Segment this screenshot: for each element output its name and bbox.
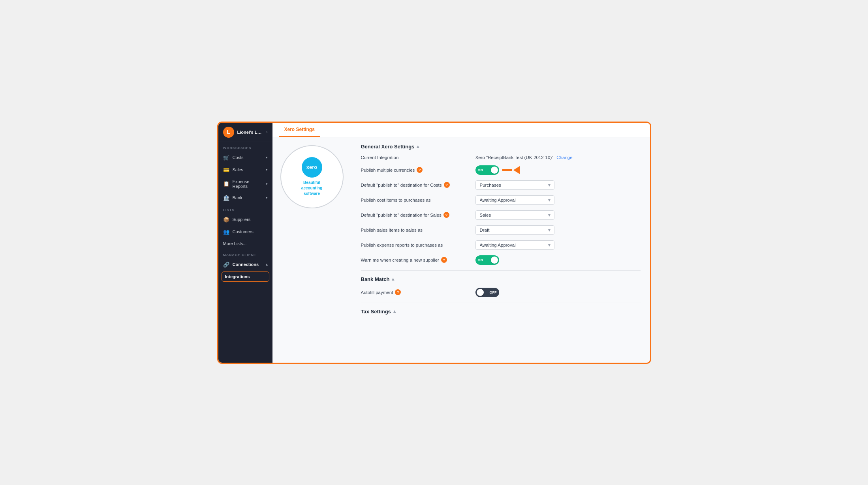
arrow-line [502,169,512,171]
sidebar-item-more-lists[interactable]: More Lists... [218,238,272,249]
general-settings-title-text: General Xero Settings [361,144,415,150]
warn-supplier-help-icon[interactable]: ? [441,257,447,263]
toggle-on-knob [491,167,498,174]
publish-costs-select[interactable]: Purchases Sales [475,180,554,190]
connections-label: Connections [233,262,259,267]
publish-cost-items-row: Publish cost items to purchases as Await… [361,195,641,205]
manage-client-label: MANAGE CLIENT [218,249,272,258]
current-integration-value: Xero "ReceiptBank Test (UK-2012-10)" Cha… [475,155,641,160]
autofill-toggle-knob [477,289,484,296]
sidebar: L Lionel's Lemon Fa... › WORKSPACES 🛒 Co… [218,123,272,363]
autofill-label: Autofill payment ? [361,289,472,295]
company-name: Lionel's Lemon Fa... [237,130,263,135]
arrow-icon [513,166,520,174]
bank-match-title: Bank Match ▴ [361,276,641,282]
suppliers-icon: 📦 [223,217,229,223]
publish-currencies-row: Publish multiple currencies ? ON [361,165,641,175]
publish-sales-items-select-wrapper: Draft Awaiting Approval Approved [475,225,554,235]
sales-icon: 💳 [223,167,229,173]
tabs-bar: Xero Settings [272,123,650,137]
integration-text: Xero "ReceiptBank Test (UK-2012-10)" [475,155,554,160]
publish-sales-row: Default "publish to" destination for Sal… [361,210,641,220]
bank-match-title-text: Bank Match [361,276,390,282]
sidebar-item-bank[interactable]: 🏦 Bank ▾ [218,192,272,204]
customers-label: Customers [233,229,254,234]
publish-cost-items-value: Awaiting Approval Draft Approved [475,195,641,205]
costs-chevron-icon: ▾ [266,155,268,159]
publish-sales-help-icon[interactable]: ? [443,212,449,218]
warn-supplier-toggle[interactable]: ON [475,255,499,265]
publish-expense-select[interactable]: Awaiting Approval Draft Approved [475,240,554,250]
sidebar-item-suppliers[interactable]: 📦 Suppliers [218,213,272,226]
tax-settings-chevron-icon: ▴ [393,309,396,314]
tab-xero-settings[interactable]: Xero Settings [279,123,320,137]
publish-costs-label: Default "publish to" destination for Cos… [361,182,472,188]
expense-chevron-icon: ▾ [266,182,268,186]
costs-icon: 🛒 [223,155,229,161]
sidebar-item-integrations[interactable]: Integrations [222,272,269,282]
sales-label: Sales [233,167,244,172]
divider-2 [361,303,641,303]
warn-supplier-label: Warn me when creating a new supplier ? [361,257,472,263]
publish-sales-items-row: Publish sales items to sales as Draft Aw… [361,225,641,235]
publish-cost-items-select[interactable]: Awaiting Approval Draft Approved [475,195,554,205]
integrations-label: Integrations [225,274,250,279]
publish-sales-select[interactable]: Sales Purchases [475,210,554,220]
current-integration-row: Current Integration Xero "ReceiptBank Te… [361,155,641,160]
xero-logo-icon: xero [302,157,322,178]
connections-chevron-icon: ▴ [266,262,268,266]
main-content: Xero Settings xero Beautifulaccountingso… [272,123,650,363]
suppliers-label: Suppliers [233,217,251,222]
costs-label: Costs [233,155,244,160]
publish-expense-label: Publish expense reports to purchases as [361,243,472,247]
bank-match-chevron-icon: ▴ [392,276,394,282]
publish-expense-select-wrapper: Awaiting Approval Draft Approved [475,240,554,250]
expense-label: Expense Reports [233,179,263,189]
xero-logo-panel: xero Beautifulaccountingsoftware [272,137,351,363]
bank-chevron-icon: ▾ [266,196,268,200]
warn-supplier-value: ON [475,255,641,265]
sidebar-item-connections[interactable]: 🔗 Connections ▴ [218,258,272,271]
publish-currencies-value: ON [475,165,641,175]
general-settings-chevron-icon: ▴ [417,144,419,149]
sidebar-item-expense-reports[interactable]: 📋 Expense Reports ▾ [218,176,272,192]
more-lists-label: More Lists... [223,241,247,246]
divider-1 [361,270,641,271]
publish-costs-row: Default "publish to" destination for Cos… [361,180,641,190]
toggle-on-label: ON [478,168,483,172]
publish-sales-value: Sales Purchases [475,210,641,220]
publish-expense-value: Awaiting Approval Draft Approved [475,240,641,250]
publish-cost-items-label: Publish cost items to purchases as [361,198,472,202]
publish-sales-items-label: Publish sales items to sales as [361,228,472,232]
sales-chevron-icon: ▾ [266,168,268,172]
expense-icon: 📋 [223,181,229,187]
sidebar-item-customers[interactable]: 👥 Customers [218,226,272,238]
arrow-indicator [502,166,520,174]
publish-costs-help-icon[interactable]: ? [444,182,450,188]
autofill-toggle-label: OFF [490,290,497,294]
current-integration-label: Current Integration [361,155,472,160]
app-frame: L Lionel's Lemon Fa... › WORKSPACES 🛒 Co… [217,122,651,364]
change-link[interactable]: Change [556,155,572,160]
sidebar-item-sales[interactable]: 💳 Sales ▾ [218,164,272,176]
publish-costs-select-wrapper: Purchases Sales [475,180,554,190]
customers-icon: 👥 [223,229,229,235]
autofill-toggle[interactable]: OFF [475,288,499,297]
publish-sales-select-wrapper: Sales Purchases [475,210,554,220]
xero-tagline: Beautifulaccountingsoftware [301,180,322,197]
workspaces-label: WORKSPACES [218,142,272,152]
publish-currencies-help-icon[interactable]: ? [417,167,423,173]
avatar: L [223,127,234,138]
publish-cost-items-select-wrapper: Awaiting Approval Draft Approved [475,195,554,205]
publish-sales-items-select[interactable]: Draft Awaiting Approval Approved [475,225,554,235]
content-area: xero Beautifulaccountingsoftware General… [272,137,650,363]
sidebar-item-costs[interactable]: 🛒 Costs ▾ [218,152,272,164]
company-header[interactable]: L Lionel's Lemon Fa... › [218,123,272,142]
warn-toggle-label: ON [478,258,483,262]
publish-currencies-toggle[interactable]: ON [475,165,499,175]
warn-toggle-knob [491,257,498,264]
lists-label: LISTS [218,204,272,213]
autofill-help-icon[interactable]: ? [395,289,401,295]
general-settings-title: General Xero Settings ▴ [361,144,641,150]
bank-icon: 🏦 [223,195,229,201]
